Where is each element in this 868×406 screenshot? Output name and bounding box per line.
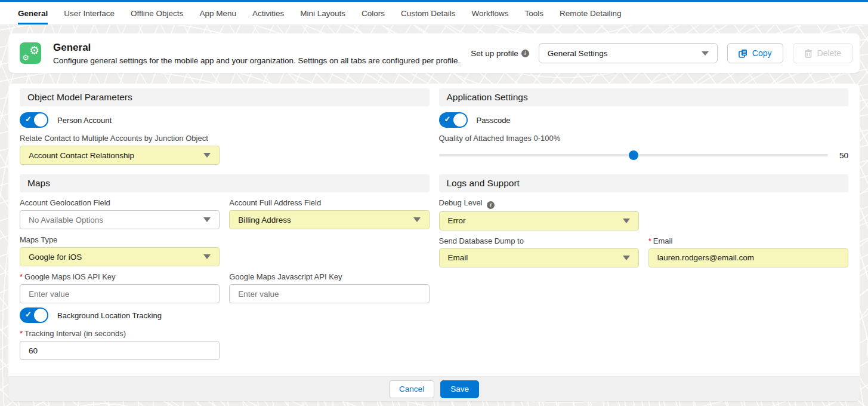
page-background: ⚙ ⚙ General Configure general settings f… <box>0 25 868 406</box>
database-dump-label: Send Database Dump to <box>439 236 639 246</box>
account-full-address-select[interactable]: Billing Address <box>229 210 429 229</box>
passcode-toggle[interactable]: ✓ <box>439 112 468 128</box>
js-api-key-input[interactable] <box>229 284 429 303</box>
setup-profile-select[interactable]: General Settings <box>539 43 718 63</box>
chevron-down-icon <box>702 51 709 56</box>
tracking-interval-label: *Tracking Interval (in seconds) <box>20 329 430 339</box>
quality-slider-track[interactable] <box>439 154 829 156</box>
tab-tools[interactable]: Tools <box>525 2 544 24</box>
settings-tabbar: General User Interface Offline Objects A… <box>0 2 868 25</box>
chevron-down-icon <box>203 254 211 259</box>
right-column: Application Settings ✓ Passcode Quality … <box>439 88 849 360</box>
quality-slider-value: 50 <box>835 151 848 160</box>
toggle-check-icon: ✓ <box>25 310 32 319</box>
ios-api-key-label: *Google Maps iOS API Key <box>20 272 220 282</box>
tab-workflows[interactable]: Workflows <box>472 2 509 24</box>
passcode-row: ✓ Passcode <box>439 112 849 128</box>
chevron-down-icon <box>203 153 211 158</box>
debug-level-label: Debug Level i <box>439 198 639 209</box>
left-column: Object Model Parameters ✓ Person Account… <box>20 88 430 360</box>
copy-icon <box>739 49 747 58</box>
js-api-key-label: Google Maps Javascript API Key <box>229 272 429 282</box>
toggle-check-icon: ✓ <box>25 115 32 124</box>
save-button[interactable]: Save <box>440 380 479 398</box>
tab-offline-objects[interactable]: Offline Objects <box>131 2 183 24</box>
email-input[interactable] <box>648 248 848 267</box>
email-label: *Email <box>648 236 848 246</box>
header-actions: Set up profile i General Settings Copy <box>471 43 852 63</box>
person-account-row: ✓ Person Account <box>20 112 430 128</box>
page-title: General <box>53 41 471 54</box>
database-dump-select[interactable]: Email <box>439 248 639 267</box>
background-tracking-toggle[interactable]: ✓ <box>20 307 48 323</box>
required-marker: * <box>20 272 23 281</box>
person-account-toggle[interactable]: ✓ <box>20 112 48 128</box>
debug-level-select[interactable]: Error <box>439 211 639 230</box>
section-maps: Maps <box>20 174 430 192</box>
delete-button[interactable]: Delete <box>793 43 852 63</box>
required-marker: * <box>648 236 651 245</box>
quality-slider-thumb[interactable] <box>629 150 638 160</box>
section-application-settings: Application Settings <box>439 88 849 106</box>
maps-type-select[interactable]: Google for iOS <box>20 247 220 266</box>
page-header-card: ⚙ ⚙ General Configure general settings f… <box>8 33 860 73</box>
toggle-check-icon: ✓ <box>444 115 451 124</box>
tracking-interval-input[interactable] <box>20 341 220 360</box>
maps-type-label: Maps Type <box>20 235 430 245</box>
chevron-down-icon <box>413 217 421 222</box>
image-quality-label: Quality of Attached Images 0-100% <box>439 134 849 143</box>
settings-gears-icon: ⚙ ⚙ <box>20 42 41 64</box>
trash-icon <box>804 49 813 58</box>
tab-mini-layouts[interactable]: Mini Layouts <box>300 2 345 24</box>
debug-level-info-icon[interactable]: i <box>487 201 495 209</box>
settings-card: Object Model Parameters ✓ Person Account… <box>8 84 860 401</box>
section-logs-and-support: Logs and Support <box>439 174 849 192</box>
junction-object-select[interactable]: Account Contact Relationship <box>20 146 220 165</box>
image-quality-slider-row: 50 <box>439 146 849 165</box>
cancel-button[interactable]: Cancel <box>389 380 434 398</box>
required-marker: * <box>20 329 23 338</box>
setup-profile-label: Set up profile i <box>471 49 529 58</box>
setup-profile-selected-value: General Settings <box>548 49 608 58</box>
chevron-down-icon <box>203 217 211 222</box>
section-object-model-parameters: Object Model Parameters <box>20 88 430 106</box>
tab-custom-details[interactable]: Custom Details <box>401 2 456 24</box>
page-header-text: General Configure general settings for t… <box>53 41 471 65</box>
tab-activities[interactable]: Activities <box>252 2 284 24</box>
background-tracking-row: ✓ Background Location Tracking <box>20 307 430 323</box>
passcode-label: Passcode <box>477 116 511 125</box>
page-description: Configure general settings for the mobil… <box>53 56 471 65</box>
junction-object-label: Relate Contact to Multiple Accounts by J… <box>20 134 430 143</box>
chevron-down-icon <box>623 256 630 260</box>
account-full-address-label: Account Full Address Field <box>229 198 429 208</box>
tab-user-interface[interactable]: User Interface <box>64 2 115 24</box>
account-geolocation-label: Account Geolocation Field <box>20 198 220 208</box>
copy-button[interactable]: Copy <box>727 43 783 63</box>
setup-profile-info-icon[interactable]: i <box>521 50 529 57</box>
account-geolocation-select[interactable]: No Available Options <box>20 210 220 229</box>
background-tracking-label: Background Location Tracking <box>57 311 162 320</box>
tab-colors[interactable]: Colors <box>362 2 385 24</box>
tab-remote-detailing[interactable]: Remote Detailing <box>560 2 622 24</box>
ios-api-key-input[interactable] <box>20 284 220 303</box>
tab-general[interactable]: General <box>18 2 48 24</box>
chevron-down-icon <box>623 219 630 223</box>
form-footer: Cancel Save <box>8 376 860 401</box>
person-account-label: Person Account <box>57 116 112 125</box>
tab-app-menu[interactable]: App Menu <box>199 2 236 24</box>
